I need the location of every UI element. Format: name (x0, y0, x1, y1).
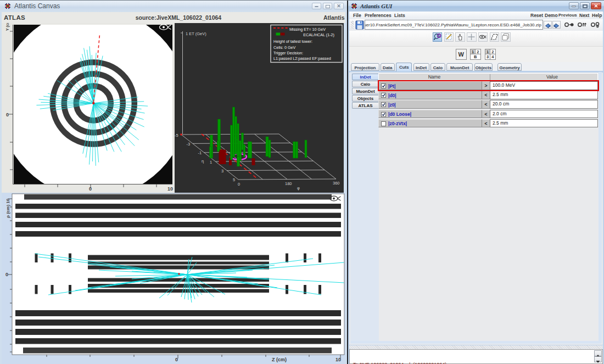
svg-text:0: 0 (5, 272, 8, 277)
svg-text:0: 0 (6, 112, 9, 117)
svg-text:φ: φ (297, 186, 300, 191)
svg-text:L1:passed L2:passed EF:passed: L1:passed L2:passed EF:passed (273, 56, 331, 61)
svg-text:360: 360 (333, 181, 340, 186)
svg-text:-1: -1 (198, 150, 202, 155)
svg-text:ρ (cm) 10: ρ (cm) 10 (5, 198, 10, 218)
svg-text:0: 0 (238, 182, 240, 187)
svg-text:η: η (202, 159, 204, 164)
svg-text:Z (cm): Z (cm) (272, 357, 287, 362)
svg-text:Trigger Decision:: Trigger Decision: (273, 51, 303, 55)
svg-text:1 ET (GeV): 1 ET (GeV) (186, 31, 206, 36)
svg-text:0: 0 (89, 186, 92, 192)
svg-text:180: 180 (285, 181, 292, 186)
svg-text:Height of tallest tower:: Height of tallest tower: (273, 39, 312, 44)
svg-text:Y (cm) 10: Y (cm) 10 (5, 23, 10, 31)
svg-text:10: 10 (335, 357, 341, 362)
svg-text:3: 3 (221, 169, 223, 173)
svg-text:0: 0 (175, 357, 178, 362)
svg-text:5: 5 (233, 177, 235, 182)
svg-text:10: 10 (167, 186, 173, 192)
svg-text:Cells: 0 GeV: Cells: 0 GeV (273, 45, 296, 50)
svg-text:-3: -3 (187, 142, 191, 147)
svg-text:ECAL/HCAL (1-2): ECAL/HCAL (1-2) (303, 32, 334, 37)
svg-text:-5: -5 (175, 133, 178, 138)
svg-text:Missing ET= 10 GeV: Missing ET= 10 GeV (289, 27, 326, 32)
svg-text:1: 1 (210, 160, 212, 165)
